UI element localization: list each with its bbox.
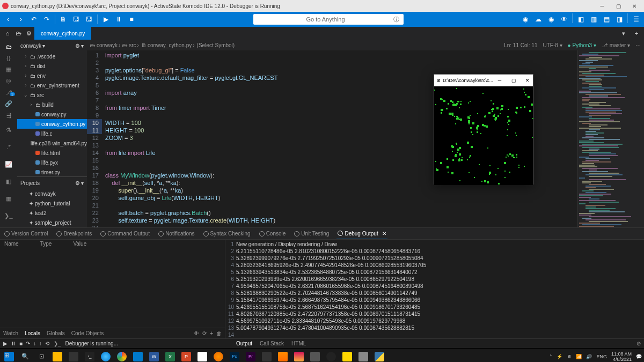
code-editor[interactable]: 123456789101112131415161718192021222324 … [87, 50, 644, 227]
project-item[interactable]: ✦ python_tutorial [17, 198, 87, 208]
menu-icon[interactable]: ☰ [630, 13, 642, 25]
undo-button[interactable]: ↶ [28, 13, 40, 25]
app-icon[interactable] [292, 350, 306, 363]
tree-item[interactable]: ›🗀 build [17, 100, 87, 109]
app-icon[interactable] [340, 350, 354, 363]
excel-icon[interactable]: X [163, 350, 177, 363]
firefox-icon[interactable] [211, 350, 225, 363]
tree-item[interactable]: life.pyx [17, 158, 87, 167]
layout3-icon[interactable]: ▤ [601, 13, 612, 25]
slack-icon[interactable] [195, 350, 209, 363]
terminal-icon[interactable]: ❯_ [1, 208, 16, 223]
explorer-icon[interactable]: 🗁 [1, 42, 16, 51]
step-out-icon[interactable]: ↑ [39, 341, 42, 346]
breadcrumb-item[interactable]: 🗁 conwayk › [90, 42, 120, 48]
output-tab[interactable]: Call Stack [260, 341, 284, 346]
forward-button[interactable]: › [15, 13, 27, 25]
panel-tab[interactable]: Debug Output ✕ [336, 228, 387, 239]
close-button[interactable]: ✕ [521, 78, 534, 83]
panel-tab[interactable]: Breakpoints [55, 228, 93, 239]
panel-tab[interactable]: Notifications [157, 228, 195, 239]
tree-item[interactable]: conway_cython.py [17, 119, 87, 129]
step-over-icon[interactable]: ↷ [26, 341, 30, 346]
color-icon[interactable]: ◧ [1, 174, 16, 189]
pause-button[interactable]: ⏸ [113, 13, 125, 25]
word-icon[interactable]: W [147, 350, 161, 363]
notifications-icon[interactable]: 💬 [636, 354, 642, 359]
save-all-button[interactable]: 🖫 [83, 13, 95, 25]
explorer-icon[interactable] [50, 350, 64, 363]
play-button[interactable]: ▶ [100, 13, 112, 25]
maximize-button[interactable]: ▢ [611, 1, 626, 11]
add-tab-button[interactable]: + [631, 28, 642, 39]
close-button[interactable]: ✕ [627, 1, 642, 11]
layout4-icon[interactable]: ◨ [613, 13, 625, 25]
start-button[interactable]: ⊞ [2, 350, 16, 363]
panel-tab[interactable]: Unit Testing [293, 228, 330, 239]
tree-item[interactable]: conway.py [17, 109, 87, 119]
cloud-icon[interactable]: ☁ [532, 13, 544, 25]
branch-selector[interactable]: ⎇ master ▾ [602, 42, 630, 48]
debug-tab[interactable]: Locals [25, 330, 40, 336]
breadcrumb-symbol[interactable]: (Select Symbol) [197, 42, 235, 48]
new-file-button[interactable]: 🗎 [57, 13, 69, 25]
maximize-button[interactable]: ▢ [507, 78, 520, 83]
tree-item[interactable]: life.c [17, 129, 87, 138]
tray-volume-icon[interactable]: 🔊 [586, 354, 592, 359]
link-icon[interactable]: 🔗 [1, 99, 16, 108]
project-item[interactable]: ✦ test2 [17, 208, 87, 218]
tree-item[interactable]: ›🗀 env [17, 71, 87, 80]
app-icon[interactable] [67, 350, 80, 363]
tree-item[interactable]: ›🗀 .vscode [17, 51, 87, 61]
tab-list-button[interactable]: ▾ [618, 28, 629, 39]
eye-icon[interactable]: 👁 [194, 330, 199, 336]
debug-tab[interactable]: Globals [47, 330, 65, 336]
tree-item[interactable]: ⌄🗀 src [17, 90, 87, 100]
vlc-icon[interactable] [276, 350, 290, 363]
powerpoint-icon[interactable]: P [179, 350, 193, 363]
back-button[interactable]: ‹ [2, 13, 14, 25]
play-icon[interactable]: ▶ [3, 341, 8, 346]
minimap[interactable] [577, 50, 644, 227]
chevron-down-icon[interactable]: ▾ [81, 43, 84, 49]
more-icon[interactable]: ⋯ [635, 42, 641, 48]
premiere-icon[interactable]: Pr [244, 350, 258, 363]
tray-wifi-icon[interactable]: 📶 [576, 354, 582, 359]
tray-monitor-icon[interactable]: 🖥 [567, 354, 572, 359]
python-icon[interactable] [372, 350, 386, 363]
gear-icon[interactable]: ⚙ [75, 180, 80, 186]
vscode-icon[interactable] [131, 350, 145, 363]
eye2-icon[interactable]: 👁 [558, 13, 570, 25]
home-icon[interactable]: ⌂ [2, 28, 13, 39]
flask-icon[interactable]: ⚗ [1, 122, 16, 137]
output-tab[interactable]: HTML [291, 341, 306, 346]
app-icon[interactable] [308, 350, 322, 363]
chevron-down-icon[interactable]: ▾ [81, 180, 84, 186]
tree-item[interactable]: life.html [17, 148, 87, 158]
panel-tab[interactable]: Version Control [3, 228, 49, 239]
gear-icon[interactable]: ⚙ [75, 43, 80, 49]
clock[interactable]: 11:08 AM 4/8/2021 [611, 351, 632, 362]
task-view-icon[interactable]: ⊡ [34, 350, 48, 363]
tray-chevron-icon[interactable]: ˄ [550, 354, 552, 359]
project-item[interactable]: ✦ sample_project [17, 218, 87, 227]
output-tab[interactable]: Output [236, 341, 252, 346]
step-into-icon[interactable]: ↓ [33, 341, 36, 346]
debug-tab[interactable]: Code Objects [71, 330, 104, 336]
grid-icon[interactable]: ▦ [1, 191, 16, 206]
terminal-icon[interactable]: ›_ [83, 350, 97, 363]
tray-icon[interactable]: ⚡ [557, 354, 562, 359]
layout2-icon[interactable]: ▥ [588, 13, 599, 25]
record-icon[interactable]: ◉ [519, 13, 531, 25]
panel-tab[interactable]: Console [258, 228, 287, 239]
delete-icon[interactable]: 🗑 [216, 330, 222, 336]
dom-icon[interactable]: ▦ [1, 65, 16, 74]
tree-item[interactable]: ›🗀 dist [17, 61, 87, 71]
project-item[interactable]: ✦ conwayk [17, 189, 87, 198]
breadcrumb-item[interactable]: 🗁 src › [122, 42, 139, 48]
panel-tab[interactable]: Syntax Checking [202, 228, 252, 239]
editor-tab-conway-cython[interactable]: conway_cython.py [34, 27, 91, 40]
close-panel-icon[interactable]: ⊘ [636, 341, 641, 346]
encoding-selector[interactable]: UTF-8 ▾ [543, 42, 562, 48]
app-icon[interactable] [356, 350, 370, 363]
